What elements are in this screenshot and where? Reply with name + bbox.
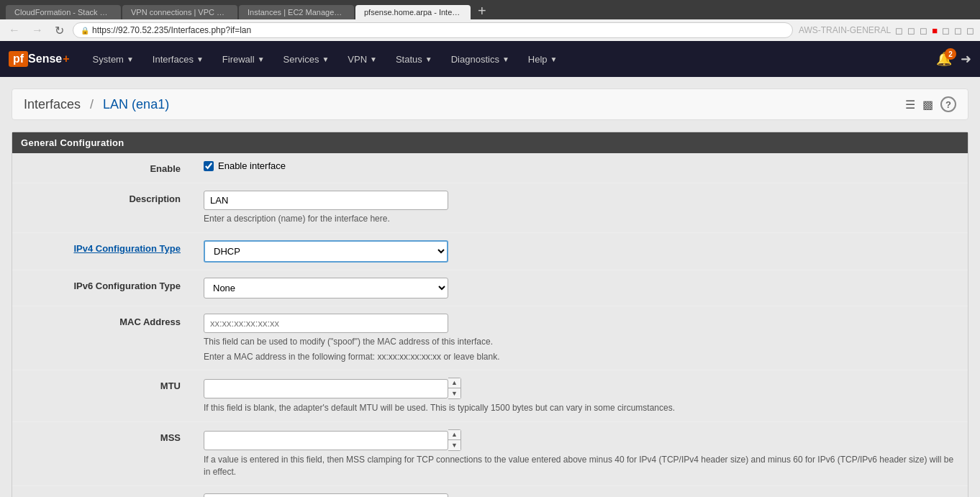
mtu-spinner[interactable]: ▲ ▼ [448,378,461,399]
back-button[interactable]: ← [6,24,23,37]
row-mtu: MTU ▲ ▼ If this field is blank, the adap… [12,370,968,422]
description-help: Enter a description (name) for the inter… [204,213,956,225]
browser-tab-2[interactable]: VPN connections | VPC Manag… [122,5,237,19]
logout-button[interactable]: ➜ [961,51,971,67]
topbar: pf Sense + System ▼ Interfaces ▼ Firewal… [0,41,980,77]
mac-input[interactable] [204,314,448,333]
mtu-down[interactable]: ▼ [448,388,460,398]
label-mac: MAC Address [12,306,192,370]
description-input[interactable] [204,191,448,210]
speed-duplex-select[interactable]: Default (no preference, typically autose… [204,493,448,497]
pfsense-logo[interactable]: pf Sense + [9,51,70,67]
interfaces-caret: ▼ [196,55,204,63]
browser-addressbar: ← → ↻ 🔒 https://92.70.52.235/Interfaces.… [0,19,980,41]
label-description: Description [12,183,192,232]
forward-button[interactable]: → [29,24,46,37]
lock-icon: 🔒 [81,27,89,35]
ext-icon-1: ◻ [895,25,903,36]
nav-system[interactable]: System ▼ [84,48,142,70]
mss-input[interactable] [204,431,448,450]
nav-firewall[interactable]: Firewall ▼ [214,48,273,70]
logo-plus: + [63,53,69,65]
logo-sense: Sense [28,53,62,65]
mac-help1: This field can be used to modify ("spoof… [204,336,956,348]
nav-status[interactable]: Status ▼ [387,48,441,70]
services-caret: ▼ [322,55,329,63]
filter-icon[interactable]: ☰ [905,98,915,111]
ext-icon-2: ◻ [907,25,915,36]
value-mac: This field can be used to modify ("spoof… [192,306,968,370]
label-speed-duplex: Speed and Duplex [12,486,192,497]
chart-icon[interactable]: ▩ [922,98,933,111]
nav-interfaces[interactable]: Interfaces ▼ [144,48,212,70]
mss-up[interactable]: ▲ [448,430,460,440]
mtu-help: If this field is blank, the adapter's de… [204,402,956,414]
firewall-caret: ▼ [258,55,265,63]
row-enable: Enable Enable interface [12,153,968,183]
vpn-caret: ▼ [370,55,377,63]
enable-checkbox[interactable] [204,161,214,171]
breadcrumb-current: LAN (ena1) [103,97,169,111]
mtu-input[interactable] [204,379,448,398]
mss-help: If a value is entered in this field, the… [204,454,956,478]
nav-menu: System ▼ Interfaces ▼ Firewall ▼ Service… [84,48,936,70]
ext-icon-6: ◻ [966,25,974,36]
nav-services[interactable]: Services ▼ [275,48,338,70]
nav-help[interactable]: Help ▼ [520,48,566,70]
value-mss: ▲ ▼ If a value is entered in this field,… [192,422,968,485]
label-ipv6-config: IPv6 Configuration Type [12,270,192,306]
row-ipv4-config: IPv4 Configuration Type DHCP None Static… [12,233,968,270]
aws-label: AWS-TRAIN-GENERAL [799,25,891,35]
reload-button[interactable]: ↻ [52,24,67,37]
browser-tabs: CloudFormation - Stack S2VN… VPN connect… [6,3,974,19]
breadcrumb-sep: / [90,97,94,111]
mss-down[interactable]: ▼ [448,440,460,450]
ipv6-config-select[interactable]: None DHCP6 SLAAC Static IPv6 [204,278,448,298]
status-caret: ▼ [425,55,432,63]
browser-chrome: CloudFormation - Stack S2VN… VPN connect… [0,0,980,19]
row-ipv6-config: IPv6 Configuration Type None DHCP6 SLAAC… [12,270,968,306]
row-mss: MSS ▲ ▼ If a value is entered in this fi… [12,422,968,486]
notification-badge: 2 [945,48,956,60]
row-mac: MAC Address This field can be used to mo… [12,306,968,371]
ipv4-config-select[interactable]: DHCP None Static IPv4 PPPoE [204,240,448,263]
notification-bell[interactable]: 🔔 2 [936,51,952,67]
help-caret: ▼ [550,55,558,63]
breadcrumb-parent: Interfaces [24,97,81,111]
browser-tab-3[interactable]: Instances | EC2 Management C… [239,5,354,19]
ext-icon-5: ◻ [954,25,962,36]
value-ipv6-config: None DHCP6 SLAAC Static IPv6 [192,270,968,306]
diagnostics-caret: ▼ [502,55,509,63]
nav-vpn[interactable]: VPN ▼ [339,48,386,70]
label-ipv4-config: IPv4 Configuration Type [12,233,192,270]
ext-icon-shield: ■ [932,25,938,36]
section-header: General Configuration [12,132,968,153]
ext-icon-3: ◻ [920,25,927,36]
value-ipv4-config: DHCP None Static IPv4 PPPoE [192,233,968,270]
new-tab-button[interactable]: + [472,3,492,19]
label-mss: MSS [12,422,192,485]
mac-help2: Enter a MAC address in the following for… [204,351,956,363]
value-description: Enter a description (name) for the inter… [192,183,968,232]
logo-pf: pf [9,51,28,67]
label-enable: Enable [12,153,192,183]
row-description: Description Enter a description (name) f… [12,183,968,233]
page-header-icons: ☰ ▩ ? [905,96,956,112]
value-enable: Enable interface [192,153,968,183]
address-field[interactable]: 🔒 https://92.70.52.235/Interfaces.php?if… [73,22,793,38]
page-content: Interfaces / LAN (ena1) ☰ ▩ ? General Co… [0,77,980,497]
page-header: Interfaces / LAN (ena1) ☰ ▩ ? [12,88,968,120]
mtu-up[interactable]: ▲ [448,378,460,388]
mss-spinner[interactable]: ▲ ▼ [448,429,461,451]
config-section-general: General Configuration Enable Enable inte… [12,132,968,497]
ext-icon-4: ◻ [942,25,950,36]
browser-tab-4[interactable]: pfsense.home.arpa - Interfac… [355,5,471,19]
nav-diagnostics[interactable]: Diagnostics ▼ [443,48,518,70]
enable-label: Enable interface [218,160,286,171]
browser-tab-1[interactable]: CloudFormation - Stack S2VN… [6,5,121,19]
browser-extensions: AWS-TRAIN-GENERAL ◻ ◻ ◻ ■ ◻ ◻ ◻ [799,25,974,36]
help-icon[interactable]: ? [940,96,956,112]
row-speed-duplex: Speed and Duplex Default (no preference,… [12,486,968,497]
value-speed-duplex: Default (no preference, typically autose… [192,486,968,497]
address-text: https://92.70.52.235/Interfaces.php?if=l… [92,25,251,35]
